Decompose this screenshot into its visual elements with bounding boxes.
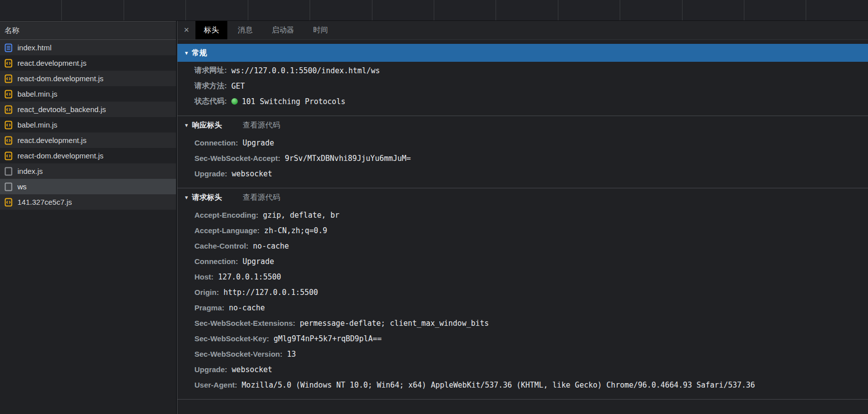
section-end-divider (177, 399, 868, 400)
file-name: index.js (17, 167, 43, 175)
tab-headers[interactable]: 标头 (195, 21, 227, 39)
header-row: Upgrade: websocket (177, 362, 868, 377)
script-icon (4, 136, 12, 145)
header-value: Upgrade (243, 138, 274, 147)
overview-grid-cell (434, 0, 496, 20)
header-value: no-cache (229, 303, 265, 312)
header-row: Accept-Language: zh-CN,zh;q=0.9 (177, 223, 868, 238)
header-row: Host: 127.0.0.1:5500 (177, 269, 868, 284)
tab-label: 标头 (204, 25, 219, 35)
header-value: 101 Switching Protocols (242, 97, 346, 106)
name-column-label: 名称 (4, 26, 19, 35)
file-name: react-dom.development.js (17, 74, 104, 83)
header-name: Connection: (194, 138, 238, 147)
overview-grid-cell (310, 0, 372, 20)
overview-grid-cell (0, 0, 62, 20)
header-name: Upgrade: (194, 365, 227, 374)
section-response-header-bar[interactable]: ▼ 响应标头 查看源代码 (177, 116, 868, 134)
view-source-link[interactable]: 查看源代码 (243, 121, 280, 130)
header-value: gzip, deflate, br (263, 211, 340, 220)
request-row-script[interactable]: babel.min.js (0, 86, 176, 102)
header-name: Sec-WebSocket-Extensions: (194, 319, 295, 327)
header-name: Pragma: (194, 303, 224, 312)
section-general-header[interactable]: ▼ 常规 (177, 44, 868, 62)
tab-messages[interactable]: 消息 (229, 21, 261, 39)
chevron-down-icon: ▼ (184, 195, 192, 200)
network-overview-strip[interactable] (0, 0, 868, 21)
overview-grid-cell (806, 0, 868, 20)
header-value: GET (231, 82, 245, 91)
header-row: Connection: Upgrade (177, 254, 868, 269)
request-row-script[interactable]: react-dom.development.js (0, 71, 176, 86)
request-row-plain[interactable]: index.js (0, 163, 176, 179)
overview-grid-cell (372, 0, 434, 20)
overview-grid-cell (683, 0, 744, 20)
script-icon (4, 90, 12, 99)
chevron-down-icon: ▼ (184, 50, 192, 56)
tab-timing[interactable]: 时间 (305, 21, 337, 39)
request-row-ws-selected[interactable]: ws (0, 179, 176, 194)
file-name: babel.min.js (17, 121, 57, 129)
header-value: ws://127.0.0.1:5500/index.html/ws (231, 66, 380, 75)
header-row: Origin: http://127.0.0.1:5500 (177, 284, 868, 300)
header-name: User-Agent: (194, 381, 237, 389)
header-name: 状态代码: (194, 97, 227, 106)
request-row-script[interactable]: react-dom.development.js (0, 148, 176, 163)
section-response-headers: ▼ 响应标头 查看源代码 Connection: Upgrade Sec-Web… (177, 116, 868, 188)
header-row: 请求方法: GET (177, 78, 868, 94)
section-title: 请求标头 (192, 193, 222, 202)
header-value: zh-CN,zh;q=0.9 (264, 226, 327, 235)
close-icon[interactable]: × (177, 21, 195, 39)
header-name: 请求方法: (194, 81, 227, 91)
tab-label: 时间 (313, 25, 328, 35)
section-general: ▼ 常规 请求网址: ws://127.0.0.1:5500/index.htm… (177, 44, 868, 116)
request-row-index-html[interactable]: index.html (0, 40, 176, 55)
file-icon (4, 167, 12, 176)
header-value: 127.0.0.1:5500 (218, 273, 281, 281)
header-row: User-Agent: Mozilla/5.0 (Windows NT 10.0… (177, 377, 868, 393)
header-name: Accept-Language: (194, 226, 260, 235)
overview-grid-cell (62, 0, 124, 20)
script-icon (4, 105, 12, 114)
file-name: react.development.js (17, 59, 86, 67)
request-row-script[interactable]: react.development.js (0, 133, 176, 148)
header-name: 请求网址: (194, 66, 227, 75)
section-request-header-bar[interactable]: ▼ 请求标头 查看源代码 (177, 188, 868, 206)
overview-grid-cell (620, 0, 682, 20)
header-value: no-cache (253, 242, 289, 251)
header-name: Cache-Control: (194, 242, 248, 250)
header-row: Upgrade: websocket (177, 166, 868, 181)
overview-grid-cell (558, 0, 620, 20)
view-source-link[interactable]: 查看源代码 (243, 193, 280, 202)
header-name: Sec-WebSocket-Key: (194, 334, 269, 343)
file-name: 141.327ce5c7.js (17, 198, 72, 206)
request-detail-panel: × 标头 消息 启动器 时间 ▼ 常规 (177, 21, 868, 414)
header-value: websocket (232, 365, 272, 374)
tab-initiator[interactable]: 启动器 (263, 21, 303, 39)
header-row: Sec-WebSocket-Extensions: permessage-def… (177, 315, 868, 331)
tab-label: 启动器 (272, 25, 294, 35)
header-name: Connection: (194, 257, 238, 266)
header-value: permessage-deflate; client_max_window_bi… (300, 319, 489, 328)
file-name: index.html (17, 43, 51, 52)
request-row-script[interactable]: react_devtools_backend.js (0, 102, 176, 117)
header-value: websocket (232, 169, 272, 178)
request-row-script[interactable]: react.development.js (0, 55, 176, 71)
status-green-dot-icon (231, 98, 238, 105)
header-row: Pragma: no-cache (177, 300, 868, 315)
header-value: 9rSv/MTxDBNvhi89JjuYu6mmJuM= (285, 154, 411, 163)
script-icon (4, 74, 12, 83)
header-row: 请求网址: ws://127.0.0.1:5500/index.html/ws (177, 63, 868, 78)
overview-grid-cell (744, 0, 806, 20)
header-row-status: 状态代码: 101 Switching Protocols (177, 94, 868, 109)
name-column-header[interactable]: 名称 (0, 21, 176, 40)
request-row-script[interactable]: 141.327ce5c7.js (0, 194, 176, 210)
chevron-down-icon: ▼ (184, 123, 192, 128)
header-name: Sec-WebSocket-Version: (194, 350, 282, 358)
request-row-script[interactable]: babel.min.js (0, 117, 176, 133)
headers-pane: ▼ 常规 请求网址: ws://127.0.0.1:5500/index.htm… (177, 40, 868, 414)
script-icon (4, 151, 12, 160)
section-title: 常规 (192, 48, 207, 58)
header-row: Sec-WebSocket-Accept: 9rSv/MTxDBNvhi89Jj… (177, 150, 868, 166)
file-name: react_devtools_backend.js (17, 105, 106, 114)
